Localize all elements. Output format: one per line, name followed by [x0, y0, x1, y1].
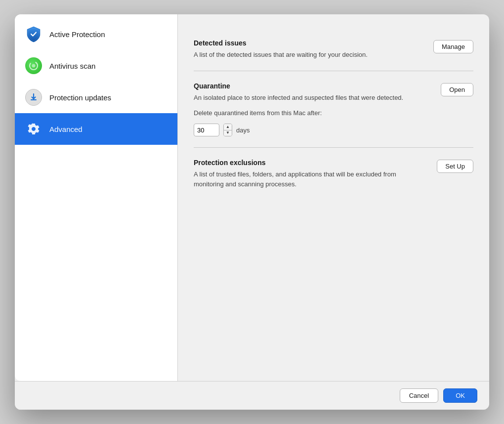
- sidebar-item-advanced-label: Advanced: [49, 125, 83, 133]
- quarantine-desc: An isolated place to store infected and …: [194, 93, 431, 103]
- setup-button[interactable]: Set Up: [437, 160, 473, 173]
- manage-button[interactable]: Manage: [433, 40, 473, 53]
- open-button[interactable]: Open: [441, 83, 473, 96]
- shield-icon: [25, 26, 42, 42]
- gear-icon-wrapper: [25, 120, 42, 138]
- quarantine-text: Quarantine An isolated place to store in…: [194, 82, 441, 103]
- quarantine-delete-row: Delete quarantined items from this Mac a…: [194, 109, 473, 117]
- sidebar-item-protection-updates-label: Protection updates: [49, 93, 111, 102]
- protection-exclusions-section: Protection exclusions A list of trusted …: [194, 148, 473, 200]
- protection-exclusions-desc: A list of trusted files, folders, and ap…: [194, 170, 427, 189]
- main-dialog: Active Protection Antivirus scan: [15, 14, 489, 410]
- antivirus-icon-wrapper: [25, 57, 42, 75]
- quarantine-title: Quarantine: [194, 82, 431, 90]
- dialog-footer: Cancel OK: [15, 381, 489, 410]
- quarantine-delete-label: Delete quarantined items from this Mac a…: [194, 109, 322, 117]
- protection-exclusions-title: Protection exclusions: [194, 159, 427, 167]
- stepper-up-button[interactable]: ▲: [224, 124, 232, 130]
- detected-issues-title: Detected issues: [194, 39, 423, 47]
- sidebar-item-antivirus-scan[interactable]: Antivirus scan: [15, 50, 177, 82]
- quarantine-section: Quarantine An isolated place to store in…: [194, 71, 473, 148]
- detected-issues-section: Detected issues A list of the detected i…: [194, 28, 473, 71]
- days-input-row: ▲ ▼ days: [194, 124, 473, 136]
- days-unit-label: days: [236, 127, 250, 134]
- protection-updates-icon: [25, 89, 42, 106]
- shield-icon-wrapper: [25, 25, 42, 43]
- sidebar: Active Protection Antivirus scan: [15, 14, 178, 381]
- updates-icon-wrapper: [25, 88, 42, 106]
- cancel-button[interactable]: Cancel: [400, 388, 438, 403]
- days-stepper: ▲ ▼: [223, 124, 232, 136]
- sidebar-item-protection-updates[interactable]: Protection updates: [15, 82, 177, 113]
- detected-issues-desc: A list of the detected issues that are w…: [194, 50, 423, 60]
- updates-svg: [29, 92, 39, 102]
- days-input[interactable]: [194, 124, 219, 136]
- sidebar-item-antivirus-label: Antivirus scan: [49, 62, 95, 70]
- svg-point-1: [32, 64, 36, 68]
- protection-exclusions-text: Protection exclusions A list of trusted …: [194, 159, 437, 189]
- sidebar-item-active-protection[interactable]: Active Protection: [15, 18, 177, 50]
- quarantine-top: Quarantine An isolated place to store in…: [194, 82, 473, 103]
- detected-issues-text: Detected issues A list of the detected i…: [194, 39, 433, 60]
- main-content-area: Detected issues A list of the detected i…: [178, 14, 489, 381]
- gear-icon: [26, 121, 42, 137]
- sidebar-item-active-protection-label: Active Protection: [49, 30, 105, 39]
- antivirus-scan-icon: [25, 57, 42, 74]
- ok-button[interactable]: OK: [443, 388, 477, 403]
- sidebar-item-advanced[interactable]: Advanced: [15, 113, 177, 145]
- antivirus-svg: [28, 60, 39, 71]
- stepper-down-button[interactable]: ▼: [224, 130, 232, 136]
- dialog-body: Active Protection Antivirus scan: [15, 14, 489, 381]
